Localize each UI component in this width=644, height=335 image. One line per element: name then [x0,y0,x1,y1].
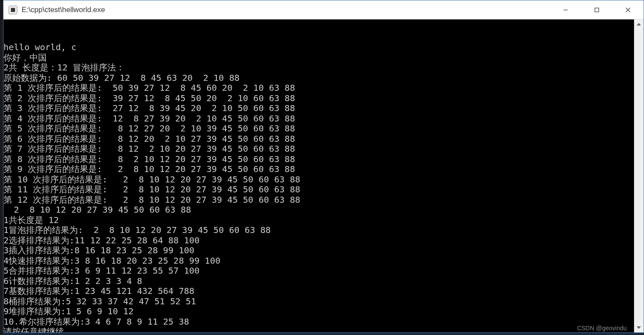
svg-rect-1 [595,8,599,12]
console-line: 第 9 次排序后的结果是: 2 8 10 12 20 27 39 45 50 6… [3,164,644,175]
scrollbar-up-button[interactable] [634,19,644,29]
console-line: 9堆排序结果为:1 5 6 9 10 12 [3,306,644,317]
maximize-button[interactable] [581,0,612,19]
console-line: 第 7 次排序后的结果是: 8 12 2 10 20 27 39 45 50 6… [3,144,644,154]
console-line: 第 5 次排序后的结果是: 8 12 27 20 2 10 39 45 50 6… [3,124,644,134]
console-line: hello world, c [3,42,644,53]
console-line: 2 8 10 12 20 27 39 45 50 60 63 88 [3,205,644,215]
console-line: 第 6 次排序后的结果是: 8 12 20 2 10 27 39 45 50 6… [3,134,644,144]
console-line: 8桶排序结果为:5 32 33 37 42 47 51 52 51 [3,297,644,307]
window-controls [550,0,644,19]
chevron-up-icon [637,23,641,26]
console-line: 7基数排序结果为:1 23 45 121 432 564 788 [3,286,644,297]
console-line: 第 8 次排序后的结果是: 8 2 10 12 20 27 39 45 50 6… [3,154,644,165]
watermark-text: CSDN @geovindu [577,325,627,332]
console-output[interactable]: hello world, c你好，中国2共 长度是：12 冒泡排序法：原始数据为… [3,19,644,332]
scrollbar-track[interactable] [634,29,644,323]
bottom-decoration [3,333,644,335]
console-line: 1共长度是 12 [3,215,644,226]
console-line: 4快速排序结果为:3 8 16 18 20 23 25 28 99 100 [3,256,644,266]
console-line: 2共 长度是：12 冒泡排序法： [3,63,644,73]
titlebar[interactable]: E:\cpp\ctest\hellworld.exe [3,0,644,19]
console-line: 原始数据为: 60 50 39 27 12 8 45 63 20 2 10 88 [3,73,644,83]
vertical-scrollbar[interactable] [634,19,644,332]
scrollbar-down-button[interactable] [634,323,644,332]
maximize-icon [594,7,600,13]
console-line: 2选择排序结果为:11 12 22 25 28 64 88 100 [3,236,644,246]
close-button[interactable] [612,0,644,19]
console-line: 3插入排序结果为:8 16 18 23 25 28 99 100 [3,246,644,256]
console-line: 第 2 次排序后的结果是: 39 27 12 8 45 50 20 2 10 6… [3,93,644,104]
console-line: 第 4 次排序后的结果是: 12 8 27 39 20 2 10 45 50 6… [3,114,644,124]
chevron-down-icon [637,326,641,329]
close-icon [625,7,631,13]
console-line: 你好，中国 [3,53,644,63]
console-line: 第 11 次排序后的结果是: 2 8 10 12 20 27 39 45 50 … [3,185,644,195]
app-icon [9,6,17,14]
console-line: 请按任意键继续. . . [3,327,644,332]
console-window: E:\cpp\ctest\hellworld.exe hello world, … [3,0,644,333]
window-title: E:\cpp\ctest\hellworld.exe [22,6,550,14]
console-line: 5合并排序结果为:3 6 9 11 12 23 55 57 100 [3,266,644,276]
minimize-icon [563,7,569,13]
minimize-button[interactable] [550,0,581,19]
console-line: 10.希尔排序结果为:3 4 6 7 8 9 11 25 38 [3,317,644,327]
console-text: hello world, c你好，中国2共 长度是：12 冒泡排序法：原始数据为… [3,42,644,332]
console-line: 第 3 次排序后的结果是: 27 12 8 39 45 20 2 10 50 6… [3,103,644,114]
console-line: 6计数排序结果为:1 2 2 3 3 4 8 [3,276,644,287]
left-edge-decoration [0,0,3,335]
console-line: 1冒泡排序的结果为: 2 8 10 12 20 27 39 45 50 60 6… [3,225,644,236]
console-line: 第 10 次排序后的结果是: 2 8 10 12 20 27 39 45 50 … [3,175,644,185]
console-line: 第 12 次排序后的结果是: 2 8 10 12 20 27 39 45 50 … [3,195,644,205]
console-line: 第 1 次排序后的结果是: 50 39 27 12 8 45 60 20 2 1… [3,83,644,93]
